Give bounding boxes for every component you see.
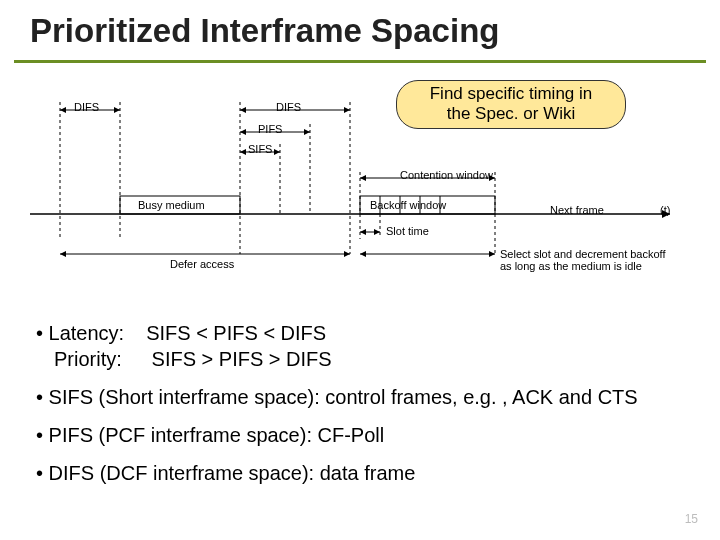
- svg-marker-30: [360, 175, 366, 181]
- pifs-text: PIFS (PCF interframe space): CF-Poll: [49, 424, 385, 446]
- latency-value: SIFS < PIFS < DIFS: [146, 322, 326, 344]
- page-number: 15: [685, 512, 698, 526]
- svg-marker-28: [274, 149, 280, 155]
- svg-marker-37: [344, 251, 350, 257]
- label-pifs: PIFS: [258, 123, 282, 135]
- svg-marker-34: [374, 229, 380, 235]
- bullet-sifs: • SIFS (Short interframe space): control…: [36, 384, 686, 410]
- label-select-slot-1: Select slot and decrement backoff: [500, 248, 666, 260]
- priority-label: Priority:: [54, 346, 146, 372]
- label-select-slot-2: as long as the medium is idle: [500, 260, 642, 272]
- label-contention-window: Contention window: [400, 169, 493, 181]
- svg-marker-21: [240, 107, 246, 113]
- bullet-list: • Latency: SIFS < PIFS < DIFS Priority: …: [36, 320, 686, 498]
- svg-marker-40: [489, 251, 495, 257]
- label-next-frame: Next frame: [550, 204, 604, 216]
- label-sifs: SIFS: [248, 143, 272, 155]
- label-slot-time: Slot time: [386, 225, 429, 237]
- latency-label: Latency:: [49, 320, 141, 346]
- svg-marker-24: [240, 129, 246, 135]
- timing-diagram: DIFS DIFS PIFS SIFS Busy medium Contenti…: [30, 84, 690, 299]
- svg-marker-39: [360, 251, 366, 257]
- priority-value: SIFS > PIFS > DIFS: [152, 348, 332, 370]
- bullet-difs: • DIFS (DCF interframe space): data fram…: [36, 460, 686, 486]
- svg-marker-22: [344, 107, 350, 113]
- svg-marker-19: [114, 107, 120, 113]
- svg-marker-27: [240, 149, 246, 155]
- bullet-pifs: • PIFS (PCF interframe space): CF-Poll: [36, 422, 686, 448]
- slide-title: Prioritized Interframe Spacing: [30, 12, 499, 50]
- sifs-text: SIFS (Short interframe space): control f…: [49, 386, 638, 408]
- label-time-axis: (t): [660, 204, 670, 216]
- label-difs-2: DIFS: [276, 101, 301, 113]
- label-backoff-window: Backoff window: [370, 199, 446, 211]
- label-difs-1: DIFS: [74, 101, 99, 113]
- title-underline: [14, 60, 706, 63]
- svg-marker-18: [60, 107, 66, 113]
- label-busy-medium: Busy medium: [138, 199, 205, 211]
- svg-marker-36: [60, 251, 66, 257]
- svg-marker-33: [360, 229, 366, 235]
- label-defer-access: Defer access: [170, 258, 234, 270]
- bullet-latency-priority: • Latency: SIFS < PIFS < DIFS Priority: …: [36, 320, 686, 372]
- difs-text: DIFS (DCF interframe space): data frame: [49, 462, 416, 484]
- svg-marker-25: [304, 129, 310, 135]
